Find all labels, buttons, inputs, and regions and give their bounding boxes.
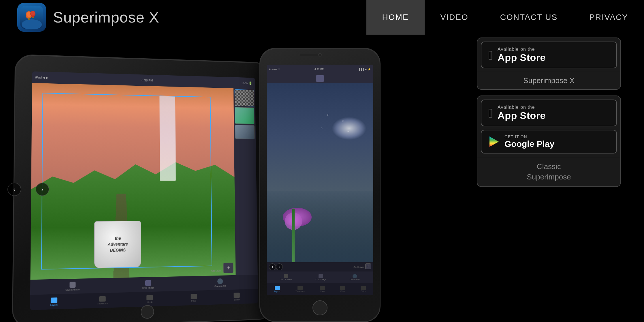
iphone-tool-camera[interactable]: Camera Fill (350, 274, 360, 280)
classic-app-name: Classic Superimpose (477, 157, 620, 186)
ipad-app-content: iPad ◀ ▶ 6:38 PM 95% 🔋 (30, 71, 258, 310)
tool-camera-fill[interactable]: Camera Fill (214, 278, 226, 287)
svg-line-8 (29, 18, 29, 18)
nav-home[interactable]: HOME (366, 0, 425, 35)
ipad-outer: ‹ › iPad ◀ ▶ 6:38 PM 95% 🔋 (12, 54, 274, 322)
app-icon (17, 3, 46, 32)
iphone-app-content: Arrows ▼ 4:42 PM ▐▐▐ ☁ ⚡ (267, 65, 373, 295)
add-layer-button[interactable]: + (223, 263, 234, 273)
google-play-subtitle: GET IT ON (504, 134, 554, 139)
bird-swarm: 🕊 🕊 🕊 🕊 (316, 110, 368, 145)
appstore-x-button[interactable]:  Available on the App Store (481, 42, 617, 68)
layer-thumb-3[interactable] (235, 125, 255, 139)
layer-thumb-1[interactable] (235, 89, 254, 106)
appstore-classic-text: Available on the App Store (498, 105, 546, 121)
apple-icon-bottom:  (488, 107, 493, 119)
ipad-main-area: theAdventureBEGINS + Add Layer (30, 83, 258, 280)
nav-privacy[interactable]: PRIVACY (573, 0, 644, 35)
layers-panel (234, 88, 258, 275)
svg-point-5 (31, 11, 35, 16)
tab-mask[interactable]: Mask (146, 295, 153, 304)
ipad-status-right: 95% 🔋 (242, 81, 253, 85)
appstore-classic-title: App Store (498, 110, 546, 121)
tab-transform[interactable]: Transform (97, 296, 108, 305)
devices-container: ‹ › iPad ◀ ▶ 6:38 PM 95% 🔋 (17, 39, 363, 322)
tool-cast-shadow[interactable]: Cast Shadow (65, 282, 80, 291)
appstore-x-text: Available on the App Store (498, 47, 546, 63)
iphone-prev-arrow[interactable]: ‹ (269, 263, 276, 270)
svg-rect-7 (32, 17, 34, 18)
iphone-screen: Arrows ▼ 4:42 PM ▐▐▐ ☁ ⚡ (267, 65, 373, 295)
store-group-bottom:  Available on the App Store (477, 96, 621, 187)
iphone-tab-transform[interactable]: Transform (295, 286, 305, 292)
navigation: Superimpose X HOME VIDEO CONTACT US PRIV… (0, 0, 644, 35)
iphone-mockup: Arrows ▼ 4:42 PM ▐▐▐ ☁ ⚡ (259, 48, 381, 322)
ipad-screen: iPad ◀ ▶ 6:38 PM 95% 🔋 (30, 71, 258, 310)
iphone-next-arrow[interactable]: › (276, 263, 283, 270)
iphone-camera (318, 53, 322, 57)
svg-marker-10 (489, 136, 499, 147)
next-arrow[interactable]: › (36, 183, 49, 196)
apple-icon-top:  (488, 49, 493, 61)
appstore-classic-subtitle: Available on the (498, 105, 546, 110)
iphone-nav-arrows: ‹ › Add Layer + (267, 262, 373, 272)
google-play-button[interactable]: GET IT ON Google Play (481, 130, 617, 153)
tool-crop[interactable]: Crop Image (142, 280, 154, 289)
mug-overlay: theAdventureBEGINS (94, 221, 141, 268)
stem (292, 209, 295, 262)
iphone-tab-filter[interactable]: Filter (340, 286, 345, 292)
tab-layers[interactable]: Layers (50, 297, 58, 306)
appstore-x-subtitle: Available on the (498, 47, 546, 52)
appstore-classic-button[interactable]:  Available on the App Store (481, 100, 617, 126)
iphone-status-right: ▐▐▐ ☁ ⚡ (358, 68, 371, 71)
prev-arrow[interactable]: ‹ (7, 183, 21, 196)
canvas-image: theAdventureBEGINS + Add Layer (30, 83, 236, 280)
layer-thumb-2[interactable] (235, 107, 254, 124)
iphone-bottombar: Layers Transform Mask Filter (267, 283, 373, 295)
iphone-home-button[interactable] (312, 300, 327, 315)
iphone-grid-icon (316, 75, 324, 82)
add-layer-label: Add Layer (211, 269, 221, 272)
nav-contact[interactable]: CONTACT US (484, 0, 573, 35)
iphone-tool-crop[interactable]: Crop Image (316, 274, 326, 280)
iphone-tab-layers[interactable]: Layers (274, 286, 280, 292)
logo-container[interactable]: Superimpose X (17, 3, 159, 32)
iphone-tab-editor[interactable]: Editor (360, 286, 366, 292)
app-title: Superimpose X (53, 9, 159, 26)
ipad-home-button[interactable] (141, 305, 154, 319)
add-layer-label-iphone: Add Layer (354, 266, 364, 268)
tab-editor[interactable]: Editor (234, 293, 240, 301)
store-group-top:  Available on the App Store Superimpose… (477, 38, 621, 90)
iphone-add-layer-btn[interactable]: + (365, 263, 371, 269)
google-play-text: GET IT ON Google Play (504, 134, 554, 149)
nav-links: HOME VIDEO CONTACT US PRIVACY (366, 0, 644, 35)
ipad-mockup: ‹ › iPad ◀ ▶ 6:38 PM 95% 🔋 (17, 57, 277, 322)
app-name-x: Superimpose X (477, 72, 620, 89)
iphone-tool-shadow[interactable]: Cast Shadow (280, 274, 292, 280)
appstore-x-title: App Store (498, 52, 546, 63)
ipad-status-left: iPad ◀ ▶ (35, 75, 48, 79)
google-play-icon (488, 136, 500, 147)
google-play-title: Google Play (504, 139, 554, 149)
tab-filter[interactable]: Filter (191, 294, 197, 302)
iphone-tab-mask[interactable]: Mask (320, 286, 325, 292)
iphone-status-left: Arrows ▼ (269, 68, 280, 71)
ipad-time: 6:38 PM (142, 78, 153, 82)
app-store-section:  Available on the App Store Superimpose… (477, 38, 621, 187)
iphone-topbar: Arrows ▼ 4:42 PM ▐▐▐ ☁ ⚡ (267, 65, 373, 74)
iphone-time: 4:42 PM (315, 68, 324, 71)
iphone-speaker (300, 54, 320, 56)
iphone-toolbar: Cast Shadow Crop Image Camera Fill (267, 272, 373, 283)
waterfall-effect (159, 96, 176, 181)
iphone-toolbar-top (267, 74, 373, 83)
nav-video[interactable]: VIDEO (425, 0, 484, 35)
iphone-canvas: 🕊 🕊 🕊 🕊 (267, 83, 373, 262)
ipad-canvas: theAdventureBEGINS + Add Layer (30, 83, 236, 280)
iphone-outer: Arrows ▼ 4:42 PM ▐▐▐ ☁ ⚡ (259, 48, 381, 322)
